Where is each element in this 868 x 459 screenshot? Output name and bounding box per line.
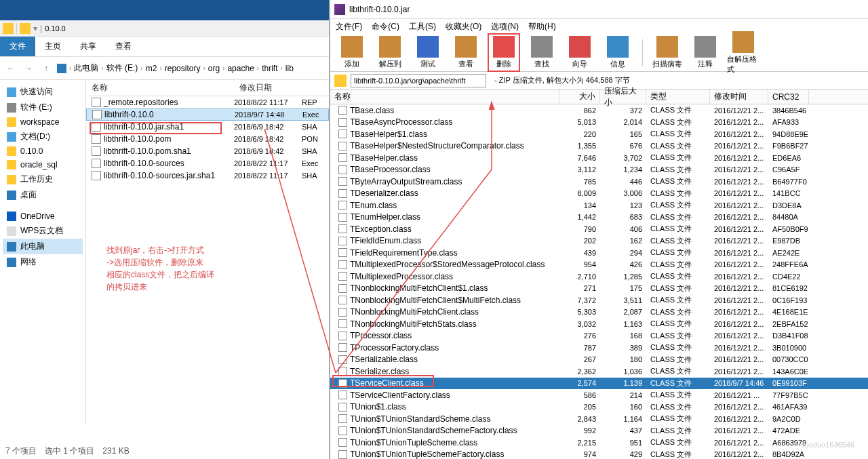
archive-file-row[interactable]: TMultiplexedProcessor$StoredMessageProto…: [330, 259, 868, 271]
archive-file-row[interactable]: TServiceClientFactory.class586214CLASS 文…: [330, 389, 868, 401]
toolbar-button-添加[interactable]: 添加: [336, 36, 368, 69]
archive-file-row[interactable]: TBaseHelper$NestedStructureComparator.cl…: [330, 140, 868, 153]
file-row[interactable]: _remote.repositories2018/8/22 11:17REP: [86, 96, 329, 108]
breadcrumb-item[interactable]: 此电脑: [74, 62, 98, 74]
sidebar-item[interactable]: 文档(D:): [3, 129, 83, 144]
breadcrumb-item[interactable]: repository: [165, 64, 201, 73]
file-row[interactable]: libthrift-0.10.0-sources2018/8/22 11:17E…: [86, 157, 329, 169]
sidebar-item[interactable]: 0.10.0: [3, 144, 83, 158]
breadcrumb-item[interactable]: m2: [146, 64, 157, 73]
menu-item[interactable]: 选项(N): [491, 21, 519, 33]
archive-file-row[interactable]: TByteArrayOutputStream.class785446CLASS …: [330, 176, 868, 188]
address-input[interactable]: [351, 74, 486, 87]
col-crc[interactable]: CRC32: [768, 89, 809, 104]
ribbon-tab[interactable]: 查看: [106, 37, 141, 56]
archive-file-row[interactable]: TProcessorFactory.class787389CLASS 文件201…: [330, 342, 868, 354]
col-date[interactable]: 修改日期: [234, 82, 302, 94]
archive-file-row[interactable]: TBaseHelper.class7,6463,702CLASS 文件2016/…: [330, 152, 868, 164]
sidebar-item[interactable]: 快速访问: [3, 84, 83, 100]
back-button[interactable]: ←: [4, 62, 18, 75]
archive-file-row[interactable]: TNonblockingMultiFetchStats.class3,0321,…: [330, 318, 868, 330]
tool-icon: [493, 36, 515, 58]
breadcrumb-item[interactable]: org: [208, 64, 220, 73]
sidebar-item[interactable]: 网络: [3, 254, 83, 270]
breadcrumb[interactable]: › 此电脑›软件 (E:)›m2›repository›org›apache›t…: [57, 62, 294, 74]
file-row[interactable]: libthrift-0.10.0-sources.jar.sha12018/8/…: [86, 169, 329, 182]
archive-file-row[interactable]: TBaseAsyncProcessor.class5,0132,014CLASS…: [330, 117, 868, 129]
breadcrumb-item[interactable]: apache: [227, 64, 254, 73]
up-folder-icon[interactable]: [334, 75, 347, 87]
class-file-icon: [338, 308, 347, 317]
file-row[interactable]: libthrift-0.10.02018/9/7 14:48Exec: [86, 108, 329, 121]
col-name[interactable]: 名称: [86, 82, 234, 94]
toolbar-button-自解压格式[interactable]: 自解压格式: [727, 31, 760, 75]
toolbar-button-向导[interactable]: 向导: [564, 36, 596, 69]
sidebar-item[interactable]: OneDrive: [3, 209, 83, 223]
toolbar-button-查找[interactable]: 查找: [526, 36, 558, 69]
col-packed[interactable]: 压缩后大小: [600, 89, 646, 104]
class-file-icon: [338, 379, 347, 388]
col-type[interactable]: 类型: [646, 89, 710, 104]
tool-icon: [531, 36, 553, 58]
menu-item[interactable]: 命令(C): [372, 21, 399, 33]
menu-item[interactable]: 文件(F): [336, 21, 362, 33]
file-row[interactable]: libthrift-0.10.0.pom.sha12018/6/9 18:42S…: [86, 145, 329, 157]
col-size[interactable]: 大小: [559, 89, 600, 104]
archive-file-row[interactable]: TNonblockingMultiFetchClient$MultiFetch.…: [330, 294, 868, 306]
archive-file-row[interactable]: TUnion$TUnionStandardSchemeFactory.class…: [330, 425, 868, 437]
archive-file-row[interactable]: TEnumHelper.class1,442683CLASS 文件2016/12…: [330, 212, 868, 224]
archive-file-row[interactable]: TServiceClient.class2,5741,139CLASS 文件20…: [330, 378, 868, 390]
menu-item[interactable]: 收藏夹(O): [446, 21, 481, 33]
folder-icon: [7, 87, 16, 97]
ribbon-tab[interactable]: 共享: [71, 37, 106, 56]
archive-file-row[interactable]: TFieldRequirementType.class439294CLASS 文…: [330, 247, 868, 259]
class-file-icon: [338, 177, 347, 186]
sidebar-item[interactable]: 工作历史: [3, 172, 83, 187]
toolbar-button-信息[interactable]: 信息: [601, 36, 634, 69]
file-row[interactable]: libthrift-0.10.0.pom2018/6/9 18:42PON: [86, 133, 329, 145]
toolbar-button-注释[interactable]: 注释: [689, 36, 722, 69]
sidebar-item[interactable]: WPS云文档: [3, 223, 83, 239]
archive-file-row[interactable]: TMultiplexedProcessor.class2,7101,285CLA…: [330, 271, 868, 283]
winrar-toolbar: 添加解压到测试查看删除查找向导信息扫描病毒注释自解压格式: [330, 34, 868, 72]
archive-file-row[interactable]: TNonblockingMultiFetchClient.class5,3032…: [330, 306, 868, 319]
class-file-icon: [338, 153, 347, 162]
forward-button[interactable]: →: [22, 62, 35, 75]
archive-file-row[interactable]: TDeserializer.class8,0093,006CLASS 文件201…: [330, 188, 868, 200]
ribbon-tab[interactable]: 文件: [0, 37, 35, 56]
archive-file-row[interactable]: TUnion$TUnionTupleScheme.class2,215951CL…: [330, 437, 868, 449]
archive-file-row[interactable]: TBaseProcessor.class3,1121,234CLASS 文件20…: [330, 164, 868, 176]
sidebar-item[interactable]: oracle_sql: [3, 158, 83, 172]
archive-file-row[interactable]: TUnion$1.class205160CLASS 文件2016/12/21 2…: [330, 401, 868, 414]
sidebar-item[interactable]: 此电脑: [3, 239, 83, 254]
archive-file-row[interactable]: TException.class790406CLASS 文件2016/12/21…: [330, 223, 868, 235]
menu-item[interactable]: 工具(S): [409, 21, 436, 33]
toolbar-button-测试[interactable]: 测试: [412, 36, 444, 69]
ribbon-tab[interactable]: 主页: [35, 37, 71, 56]
archive-file-row[interactable]: TEnum.class134123CLASS 文件2016/12/21 2...…: [330, 199, 868, 212]
archive-file-row[interactable]: TSerializer.class2,3621,036CLASS 文件2016/…: [330, 365, 868, 378]
archive-file-row[interactable]: TBaseHelper$1.class220165CLASS 文件2016/12…: [330, 128, 868, 140]
breadcrumb-item[interactable]: lib: [285, 64, 294, 73]
sidebar-item[interactable]: 软件 (E:): [3, 100, 83, 115]
archive-file-row[interactable]: TProcessor.class276168CLASS 文件2016/12/21…: [330, 330, 868, 342]
breadcrumb-item[interactable]: 软件 (E:): [106, 62, 138, 74]
toolbar-button-解压到[interactable]: 解压到: [374, 36, 406, 69]
col-name[interactable]: 名称: [330, 89, 559, 104]
archive-file-row[interactable]: TNonblockingMultiFetchClient$1.class2711…: [330, 283, 868, 295]
up-button[interactable]: ↑: [39, 62, 53, 75]
archive-file-row[interactable]: TUnion$TUnionTupleSchemeFactory.class974…: [330, 449, 868, 460]
toolbar-button-删除[interactable]: 删除: [488, 33, 520, 72]
folder-icon: [7, 242, 16, 252]
archive-file-row[interactable]: TBase.class862372CLASS 文件2016/12/21 2...…: [330, 104, 868, 117]
breadcrumb-item[interactable]: thrift: [262, 64, 277, 73]
sidebar-item[interactable]: 桌面: [3, 187, 83, 203]
menu-item[interactable]: 帮助(H): [528, 21, 556, 33]
col-date[interactable]: 修改时间: [710, 89, 768, 104]
toolbar-button-扫描病毒[interactable]: 扫描病毒: [651, 36, 684, 69]
sidebar-item[interactable]: workspace: [3, 115, 83, 129]
archive-file-row[interactable]: TSerializable.class267180CLASS 文件2016/12…: [330, 354, 868, 366]
archive-file-row[interactable]: TFieldIdEnum.class202162CLASS 文件2016/12/…: [330, 235, 868, 247]
archive-file-row[interactable]: TUnion$TUnionStandardScheme.class2,8431,…: [330, 413, 868, 425]
toolbar-button-查看[interactable]: 查看: [450, 36, 482, 69]
